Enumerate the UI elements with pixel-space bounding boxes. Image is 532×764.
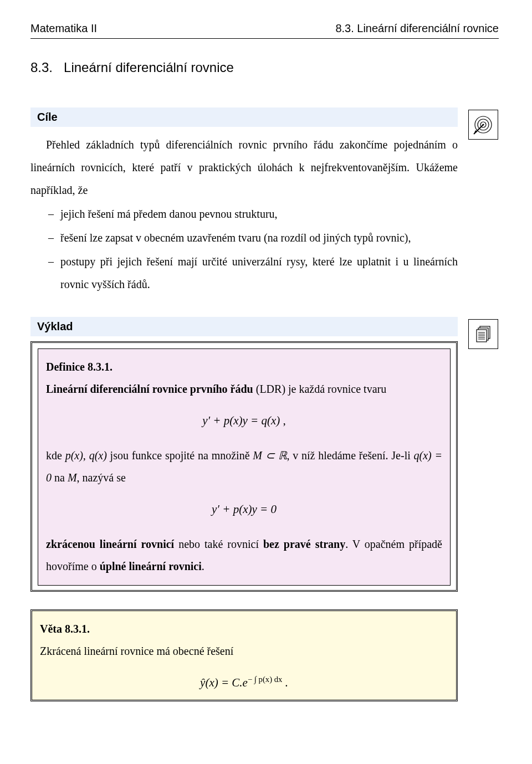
page-header: Matematika II 8.3. Lineární diferenciáln… xyxy=(30,22,499,35)
cile-list: jejich řešení má předem danou pevnou str… xyxy=(53,203,458,296)
definition-line2: kde p(x), q(x) jsou funkce spojité na mn… xyxy=(46,444,442,489)
theorem-title: Věta 8.3.1. xyxy=(40,618,448,640)
vyklad-label: Výklad xyxy=(30,317,458,336)
section-title: Lineární diferenciální rovnice xyxy=(64,60,234,75)
definition-line1: Lineární diferenciální rovnice prvního ř… xyxy=(46,378,442,400)
pages-icon xyxy=(468,319,498,349)
definition-formula-1: y′ + p(x)y = q(x) , xyxy=(46,409,442,432)
cile-list-item: postupy při jejich řešení mají určité un… xyxy=(53,250,458,296)
theorem-formula: ŷ(x) = C.e− ∫ p(x) dx . xyxy=(40,671,448,694)
header-left: Matematika II xyxy=(30,22,97,35)
header-right: 8.3. Lineární diferenciální rovnice xyxy=(335,22,499,35)
header-rule xyxy=(30,38,499,39)
section-number: 8.3. xyxy=(30,60,53,75)
cile-body: Přehled základních typů diferenciálních … xyxy=(30,134,458,296)
section-heading: 8.3. Lineární diferenciální rovnice xyxy=(30,60,499,75)
theorem-box: Věta 8.3.1. Zkrácená lineární rovnice má… xyxy=(30,609,458,701)
definition-box: Definice 8.3.1. Lineární diferenciální r… xyxy=(30,341,458,592)
cile-list-item: jejich řešení má předem danou pevnou str… xyxy=(53,203,458,225)
definition-formula-2: y′ + p(x)y = 0 xyxy=(46,498,442,521)
target-icon xyxy=(468,110,498,140)
cile-paragraph: Přehled základních typů diferenciálních … xyxy=(30,134,458,202)
definition-line3: zkrácenou lineární rovnicí nebo také rov… xyxy=(46,533,442,577)
cile-label: Cíle xyxy=(30,107,458,127)
definition-title: Definice 8.3.1. xyxy=(46,356,442,378)
cile-list-item: řešení lze zapsat v obecném uzavřeném tv… xyxy=(53,227,458,249)
theorem-line1: Zkrácená lineární rovnice má obecné řeše… xyxy=(40,640,448,662)
